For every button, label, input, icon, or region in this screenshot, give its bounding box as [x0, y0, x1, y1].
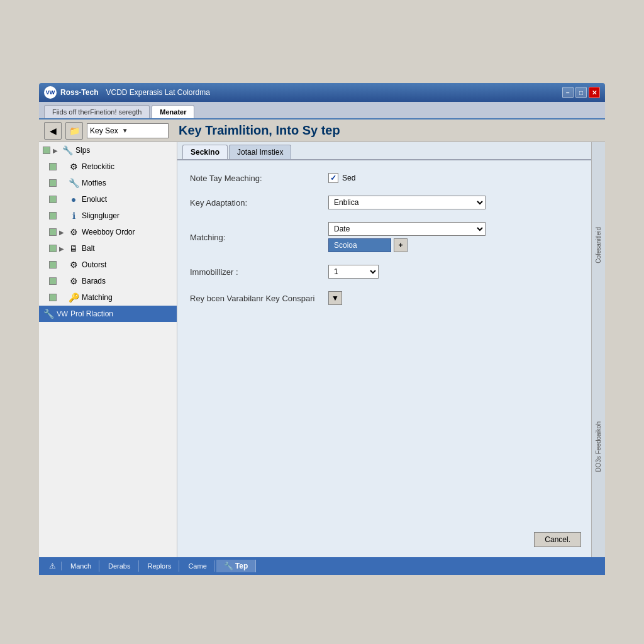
sidebar-item-slps[interactable]: ▶ 🔧 Slps — [39, 142, 177, 158]
control-immobillizer: 1 — [328, 265, 379, 279]
right-label-1: Cofesanitleid — [595, 227, 602, 264]
checkbox-matching — [49, 294, 57, 301]
content-panel: Note Tay Meaching: ✓ Sed Key Adaptation:… — [177, 159, 591, 557]
form-row-reybcen: Rey bcen Varabilanr Key Conspari ▼ — [190, 291, 579, 305]
checkbox-outorst — [49, 261, 57, 269]
dropdown-arrow-icon: ▼ — [122, 127, 128, 134]
sidebar-item-barads[interactable]: ⚙ Barads — [39, 273, 177, 289]
checkbox-motfies — [49, 179, 57, 187]
expand-icon: ▶ — [53, 147, 59, 154]
highlighted-scoioa[interactable]: Scoioa — [328, 238, 391, 252]
checkbox-retockitic — [49, 163, 57, 170]
sidebar-label-sligngluger: Sligngluger — [82, 211, 119, 220]
checkbox-note[interactable]: ✓ — [328, 173, 338, 183]
content-area: Seckino Jotaal Imstiex Note Tay Meaching… — [177, 142, 591, 557]
sidebar-label-enoluct: Enoluct — [82, 195, 107, 204]
key-dropdown[interactable]: Key Sex ▼ — [87, 123, 169, 138]
sidebar-label-motfies: Motfies — [82, 179, 106, 187]
balt-icon: 🖥 — [68, 243, 79, 254]
motfies-icon: 🔧 — [68, 177, 79, 189]
content-title-inline: Key Traimlition, Into Sy tep — [179, 123, 340, 138]
sligngluger-icon: ℹ — [68, 210, 79, 221]
wrench-icon: 🔧 — [224, 562, 233, 570]
close-button[interactable]: ✕ — [589, 87, 600, 98]
form-row-note: Note Tay Meaching: ✓ Sed — [190, 173, 579, 183]
expand-icon-7: ▶ — [59, 245, 65, 252]
status-came[interactable]: Came — [180, 560, 214, 572]
sidebar-item-weebboy[interactable]: ▶ ⚙ Weebboy Ordor — [39, 224, 177, 240]
sidebar-item-sligngluger[interactable]: ℹ Sligngluger — [39, 208, 177, 224]
select-adaptation[interactable]: Enblica — [328, 196, 486, 209]
retockitic-icon: ⚙ — [68, 161, 79, 172]
form-row-matching: Matching: Date Scoioa + — [190, 222, 579, 252]
tab-fiids[interactable]: Fiids off therFinetion! seregth — [44, 105, 150, 118]
right-label-2: DO3s Feedoaikoh — [595, 421, 602, 472]
control-matching: Date Scoioa + — [328, 222, 486, 252]
label-reybcen: Rey bcen Varabilanr Key Conspari — [190, 294, 328, 303]
sidebar-item-retockitic[interactable]: ⚙ Retockitic — [39, 158, 177, 175]
sidebar-label-balt: Balt — [82, 244, 95, 253]
brand-ross: Ross-Tech — [60, 88, 98, 97]
label-adaptation: Key Adaptation: — [190, 198, 328, 208]
plus-button[interactable]: + — [394, 238, 408, 252]
back-button[interactable]: ◀ — [44, 122, 62, 140]
label-matching: Matching: — [190, 233, 328, 242]
sidebar-item-outorst[interactable]: ⚙ Outorst — [39, 257, 177, 273]
cancel-button[interactable]: Cancel. — [534, 532, 581, 547]
expand-icon-6: ▶ — [59, 229, 65, 236]
prol-icon: 🔧 — [43, 308, 54, 319]
menu-tabs: Fiids off therFinetion! seregth Menater — [39, 102, 605, 119]
folder-icon: 📁 — [69, 126, 80, 136]
sidebar-label-barads: Barads — [82, 277, 106, 286]
checkbox-sligngluger — [49, 212, 57, 219]
matching-icon: 🔑 — [68, 292, 79, 303]
folder-button[interactable]: 📁 — [65, 122, 83, 140]
enoluct-icon: ● — [68, 194, 79, 205]
status-derabs[interactable]: Derabs — [101, 560, 138, 572]
sidebar-item-matching[interactable]: 🔑 Matching — [39, 289, 177, 306]
brand-name: Ross-Tech — [60, 88, 98, 97]
maximize-button[interactable]: □ — [575, 87, 587, 98]
checkbox-balt — [49, 245, 57, 252]
sidebar-item-balt[interactable]: ▶ 🖥 Balt — [39, 240, 177, 257]
control-adaptation: Enblica — [328, 196, 486, 209]
right-sidebar: Cofesanitleid DO3s Feedoaikoh — [591, 142, 605, 557]
checkbox-slps — [43, 147, 50, 154]
sidebar-item-enoluct[interactable]: ● Enoluct — [39, 191, 177, 208]
reybcen-dropdown-button[interactable]: ▼ — [328, 291, 342, 305]
back-icon: ◀ — [50, 126, 57, 136]
control-note: ✓ Sed — [328, 173, 355, 183]
content-tabs: Seckino Jotaal Imstiex — [177, 142, 591, 159]
tab-jotaal[interactable]: Jotaal Imstiex — [229, 145, 291, 159]
minimize-button[interactable]: − — [562, 87, 574, 98]
slps-icon: 🔧 — [62, 145, 73, 156]
checkbox-weebboy — [49, 228, 57, 236]
vw-icon: VW — [57, 308, 68, 319]
select-immobillizer[interactable]: 1 — [328, 265, 379, 279]
status-warning[interactable]: ⚠ — [44, 562, 62, 570]
sidebar-label-outorst: Outorst — [82, 260, 106, 269]
outorst-icon: ⚙ — [68, 259, 79, 270]
status-replors[interactable]: Replors — [140, 560, 180, 572]
checkbox-barads — [49, 277, 57, 285]
vw-logo: VW — [44, 86, 57, 99]
warning-icon: ⚠ — [49, 562, 56, 570]
status-tep[interactable]: 🔧 Tep — [216, 560, 257, 572]
status-tep-label: Tep — [235, 562, 248, 570]
tab-menater[interactable]: Menater — [152, 105, 194, 118]
sidebar-item-prol[interactable]: 🔧 VW Prol Rlaction — [39, 306, 177, 322]
sidebar-label-weebboy: Weebboy Ordor — [82, 228, 135, 236]
sidebar-label-retockitic: Retockitic — [82, 162, 114, 171]
select-matching[interactable]: Date — [328, 222, 486, 236]
sidebar-label-prol: Prol Rlaction — [70, 309, 113, 318]
label-immobillizer: Immobillizer : — [190, 267, 328, 277]
status-manch[interactable]: Manch — [63, 560, 99, 572]
sidebar-item-motfies[interactable]: 🔧 Motfies — [39, 175, 177, 191]
title-bar-text: VCDD Experasis Lat Colordma — [106, 88, 562, 97]
toolbar: ◀ 📁 Key Sex ▼ Key Traimlition, Into Sy t… — [39, 119, 605, 142]
main-layout: ▶ 🔧 Slps ⚙ Retockitic 🔧 Motfies ● Enol — [39, 142, 605, 557]
sidebar: ▶ 🔧 Slps ⚙ Retockitic 🔧 Motfies ● Enol — [39, 142, 177, 557]
tab-seckino[interactable]: Seckino — [182, 145, 228, 159]
sidebar-label-slps: Slps — [75, 146, 90, 155]
control-reybcen: ▼ — [328, 291, 342, 305]
